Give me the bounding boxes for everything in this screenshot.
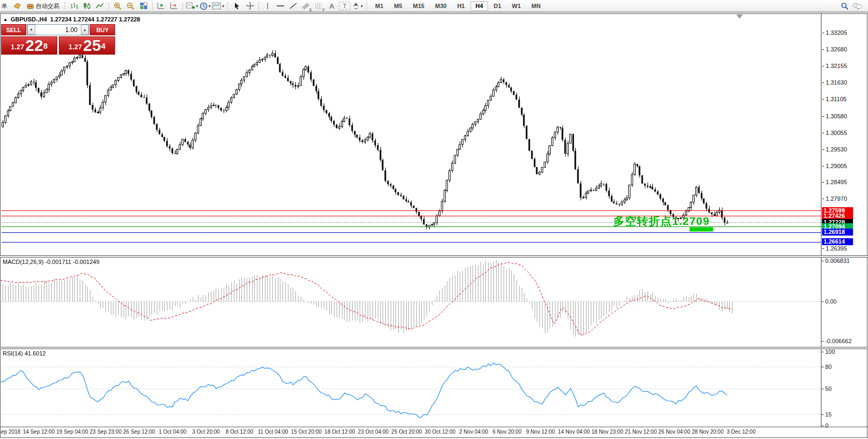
sell-price-tile[interactable]: 1.27 22 8 xyxy=(1,36,57,55)
price-axis-label: 1.26395 xyxy=(826,245,847,252)
toolbar-handle[interactable] xyxy=(227,2,229,10)
add-indicator-button[interactable]: ▾ xyxy=(186,1,198,11)
window-icon: ▲ xyxy=(3,17,8,22)
timeframe-d1[interactable]: D1 xyxy=(489,1,506,11)
time-axis-label: 26 Sep 12:00 xyxy=(123,429,155,435)
time-axis-label: 3 Oct 20:00 xyxy=(192,429,220,435)
template-icon xyxy=(212,2,221,10)
trendline-button[interactable] xyxy=(287,1,299,11)
candlestick-button[interactable] xyxy=(81,1,93,11)
timeframe-m1[interactable]: M1 xyxy=(370,1,388,11)
bar-chart-button[interactable] xyxy=(68,1,80,11)
line-chart-button[interactable] xyxy=(94,1,106,11)
zoom-in-icon xyxy=(113,2,122,10)
search-button[interactable] xyxy=(839,1,850,11)
time-axis-label: 15 Oct 20:00 xyxy=(291,429,322,435)
volume-down-button[interactable]: ▼ xyxy=(27,25,35,35)
macd-label: MACD(12,26,9) -0.001711 -0.001249 xyxy=(3,259,100,265)
price-axis-label: 1.33205 xyxy=(826,29,847,36)
time-axis-label: 11 Oct 04:00 xyxy=(258,429,288,435)
price-axis-label: 1.32680 xyxy=(826,46,847,52)
time-axis-border xyxy=(0,427,868,427)
toolbar-handle[interactable] xyxy=(64,2,66,10)
window-bottom-border xyxy=(0,437,868,438)
clock-icon xyxy=(200,2,208,10)
rsi-axis-label: 50 xyxy=(825,385,832,392)
toolbar-handle[interactable] xyxy=(366,2,368,10)
buy-price-tile[interactable]: 1.27 25 4 xyxy=(59,36,115,55)
zoom-in-button[interactable] xyxy=(112,1,124,11)
fibonacci-letter: F xyxy=(323,8,325,12)
zoom-out-button[interactable] xyxy=(125,1,136,11)
buy-price-pip: 4 xyxy=(101,37,105,55)
chevron-down-icon: ▾ xyxy=(361,4,363,9)
chevron-down-icon: ▾ xyxy=(222,4,224,9)
template-button[interactable]: ▾ xyxy=(212,1,224,11)
auto-trading-button[interactable]: 自动交易 xyxy=(24,1,62,11)
horizontal-line-button[interactable] xyxy=(275,1,286,11)
toolbar-separator xyxy=(152,2,153,10)
rsi-separator[interactable] xyxy=(0,347,868,349)
rsi-axis-label: 80 xyxy=(825,364,832,370)
chevron-down-icon: ▾ xyxy=(196,4,198,9)
fibonacci-button[interactable]: F xyxy=(313,1,325,11)
rsi-axis-label: 0 xyxy=(825,422,828,429)
buy-button[interactable]: BUY xyxy=(90,24,115,35)
price-alert-icon[interactable] xyxy=(11,1,23,11)
timeframe-m5[interactable]: M5 xyxy=(389,1,407,11)
horizontal-line-icon xyxy=(276,2,285,10)
text-label-button[interactable]: T xyxy=(339,2,351,10)
rsi-label: RSI(14) 41.6012 xyxy=(3,350,46,357)
chart-title: ▲ GBPUSD-,H4 1.27234 1.27244 1.27227 1.2… xyxy=(3,16,140,22)
chat-icon xyxy=(852,2,862,10)
chevron-down-icon: ▾ xyxy=(209,4,211,9)
auto-scroll-button[interactable] xyxy=(155,1,167,11)
price-axis-label: 1.29005 xyxy=(826,163,847,169)
timeframe-m30[interactable]: M30 xyxy=(430,1,451,11)
chart-shift-button[interactable] xyxy=(168,1,180,11)
timeframe-h4[interactable]: H4 xyxy=(470,1,488,11)
chart-shift-icon xyxy=(170,2,178,10)
symbol-period-label: GBPUSD-,H4 xyxy=(11,16,47,22)
text-button[interactable]: A xyxy=(326,1,338,11)
cursor-button[interactable] xyxy=(231,1,243,11)
time-axis-label: 21 Nov 12:00 xyxy=(625,429,657,435)
chart-canvas[interactable] xyxy=(0,0,868,439)
one-click-trading-panel: SELL ▼ 1.00 ▲ BUY 1.27 22 8 1.27 25 4 xyxy=(1,24,115,55)
price-axis-label: 1.31630 xyxy=(826,79,847,86)
timeframe-group: M1M5M15M30H1H4D1W1MN xyxy=(370,1,546,11)
pivot-annotation[interactable]: 多空转折点1.2709 xyxy=(613,214,710,229)
vertical-line-button[interactable] xyxy=(262,1,273,11)
tile-windows-button[interactable] xyxy=(138,1,149,11)
macd-axis-label: 0.00 xyxy=(825,298,836,305)
channel-button[interactable]: E xyxy=(300,1,312,11)
new-order-button[interactable]: 单 xyxy=(0,1,10,11)
time-axis-label: 30 Oct 12:00 xyxy=(425,429,455,435)
timeframe-h1[interactable]: H1 xyxy=(452,1,469,11)
window-right-border xyxy=(867,14,867,437)
price-axis-label: 1.30580 xyxy=(826,113,847,119)
zoom-out-icon xyxy=(126,2,135,10)
arrows-button[interactable]: ▾ xyxy=(352,1,363,11)
periods-button[interactable]: ▾ xyxy=(199,1,211,11)
chart-shift-marker[interactable] xyxy=(736,14,743,19)
chat-button[interactable] xyxy=(851,1,863,11)
price-axis-label: 1.29530 xyxy=(826,146,847,153)
macd-separator[interactable] xyxy=(0,255,868,258)
volume-input[interactable]: 1.00 xyxy=(35,26,81,34)
timeframe-mn[interactable]: MN xyxy=(527,1,545,11)
new-order-label: 单 xyxy=(2,2,7,10)
search-icon xyxy=(841,2,849,10)
time-axis-label: 2 Nov 04:00 xyxy=(459,429,488,435)
price-axis-label: 1.30055 xyxy=(826,130,847,136)
sell-button[interactable]: SELL xyxy=(1,24,26,35)
price-axis-label: 1.32155 xyxy=(826,63,847,69)
sell-price-big: 22 xyxy=(25,38,43,53)
crosshair-button[interactable] xyxy=(244,1,256,11)
volume-up-button[interactable]: ▲ xyxy=(81,25,89,35)
label-letter: T xyxy=(343,3,347,9)
add-indicator-icon xyxy=(186,2,195,10)
timeframe-m15[interactable]: M15 xyxy=(408,1,429,11)
timeframe-w1[interactable]: W1 xyxy=(507,1,526,11)
ohlc-values: 1.27234 1.27244 1.27227 1.27228 xyxy=(50,16,140,22)
